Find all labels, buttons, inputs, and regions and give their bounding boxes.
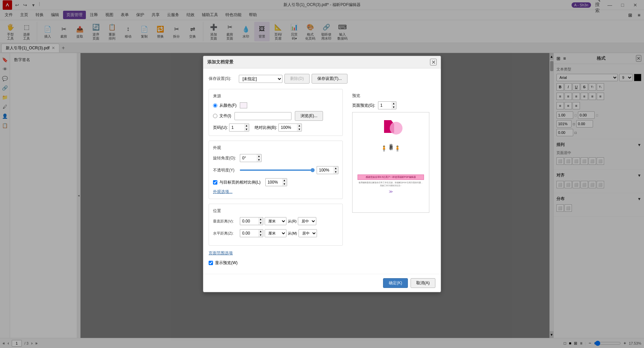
file-radio-label: 文件(I) <box>219 113 231 119</box>
vertical-down-btn[interactable]: ▼ <box>258 221 263 225</box>
scale-spinner: ▲ ▼ <box>278 123 302 132</box>
rotation-input[interactable] <box>240 154 257 162</box>
opacity-input[interactable] <box>317 166 333 174</box>
page-number-row: 页码(U): ▲ ▼ <box>213 123 249 132</box>
page-spinner: ▲ ▼ <box>229 123 249 132</box>
horizontal-up-btn[interactable]: ▲ <box>258 230 263 233</box>
scale-input[interactable] <box>278 123 297 132</box>
preview-text: 使用编辑器您以解放自日常工作生活波，快速解决PDF文档方面的问题，高效工作方便快… <box>358 181 424 187</box>
preview-pink-circle <box>390 122 402 135</box>
preview-char-left: 🧍 <box>381 145 387 152</box>
page-range-link[interactable]: 页面范围选项 <box>209 250 343 256</box>
preview-logo-area <box>377 119 404 143</box>
dialog-left-col: 来源 从颜色(F) 文件(I) 浏览(E)... <box>209 89 343 268</box>
opacity-slider-fill <box>240 169 314 171</box>
confirm-btn[interactable]: 确定(K) <box>383 278 408 288</box>
horizontal-spinner: ▲ ▼ <box>240 229 263 237</box>
dialog-close-btn[interactable]: ✕ <box>430 59 437 65</box>
rotation-up-btn[interactable]: ▲ <box>257 154 261 158</box>
preview-title: 预览 <box>352 93 431 99</box>
vertical-label: 垂直距离(V): <box>213 219 240 224</box>
vertical-from-label: 从(R) <box>288 219 297 224</box>
file-radio-row: 文件(I) 浏览(E)... <box>213 111 338 121</box>
position-section: 位置 垂直距离(V): ▲ ▼ <box>209 204 343 246</box>
color-picker-preview[interactable] <box>240 102 247 108</box>
preview-page-down-btn[interactable]: ▼ <box>391 105 396 109</box>
page-spinner-btns: ▲ ▼ <box>244 123 249 132</box>
relative-scale-input[interactable] <box>265 178 282 186</box>
more-options-link[interactable]: 外观选项... <box>213 189 232 194</box>
opacity-spinner-btns: ▲ ▼ <box>333 166 338 174</box>
relative-spinner-btns: ▲ ▼ <box>282 178 287 186</box>
relative-scale-row: 与目标页的相对比例(L) ▲ ▼ <box>213 178 338 186</box>
preview-chars: 🧍 🧍 <box>381 145 401 152</box>
opacity-slider-track[interactable] <box>240 169 314 171</box>
vertical-row: 垂直距离(V): ▲ ▼ 厘米 从(R) <box>213 217 338 225</box>
show-preview-row: 显示预览(W) <box>209 260 343 266</box>
page-scale-row: 页码(U): ▲ ▼ 绝对比例(B): <box>213 123 338 132</box>
color-radio[interactable] <box>213 103 217 108</box>
horizontal-label: 水平距离(Z): <box>213 231 240 236</box>
vertical-unit-select[interactable]: 厘米 <box>265 217 286 225</box>
add-background-dialog: 添加文档背景 ✕ 保存设置(S): [未指定] 删除(D) 保存设置(T)... <box>203 56 441 292</box>
horizontal-pos-select[interactable]: 居中 <box>299 229 317 237</box>
page-down-btn[interactable]: ▼ <box>244 128 249 131</box>
vertical-spinner-btns: ▲ ▼ <box>258 217 263 225</box>
preview-page-input[interactable] <box>378 101 391 109</box>
horizontal-input[interactable] <box>240 229 258 237</box>
preview-page-spinner-btns: ▲ ▼ <box>391 101 396 109</box>
horizontal-spinner-btns: ▲ ▼ <box>258 229 263 237</box>
relative-down-btn[interactable]: ▼ <box>282 182 287 186</box>
appearance-title: 外观 <box>213 145 338 151</box>
preview-page-up-btn[interactable]: ▲ <box>391 102 396 105</box>
save-setting-btn[interactable]: 保存设置(T)... <box>312 74 347 84</box>
scale-label: 绝对比例(B): <box>255 125 277 131</box>
delete-setting-btn[interactable]: 删除(D) <box>284 74 310 84</box>
rotation-spinner: ▲ ▼ <box>240 154 262 162</box>
opacity-up-btn[interactable]: ▲ <box>333 166 338 170</box>
browse-btn[interactable]: 浏览(E)... <box>295 111 323 121</box>
relative-scale-checkbox[interactable] <box>213 180 217 185</box>
save-settings-select[interactable]: [未指定] <box>239 75 282 83</box>
relative-up-btn[interactable]: ▲ <box>282 179 287 182</box>
horizontal-row: 水平距离(Z): ▲ ▼ 厘米 从(M) <box>213 229 338 237</box>
rotation-down-btn[interactable]: ▼ <box>257 158 261 162</box>
color-radio-label: 从颜色(F) <box>219 103 236 108</box>
horizontal-down-btn[interactable]: ▼ <box>258 233 263 237</box>
position-title: 位置 <box>213 208 338 214</box>
page-input[interactable] <box>229 123 244 132</box>
rotation-label: 旋转角度(O): <box>213 155 240 161</box>
cancel-btn[interactable]: 取消(A) <box>411 278 435 288</box>
vertical-pos-select[interactable]: 居中 <box>298 217 316 225</box>
scale-spinner-btns: ▲ ▼ <box>297 123 302 132</box>
opacity-slider-thumb[interactable] <box>311 168 315 172</box>
scale-down-btn[interactable]: ▼ <box>297 128 302 131</box>
scale-up-btn[interactable]: ▲ <box>297 124 302 128</box>
show-preview-checkbox[interactable] <box>209 261 213 265</box>
color-radio-row: 从颜色(F) <box>213 102 338 108</box>
dialog-overlay: 添加文档背景 ✕ 保存设置(S): [未指定] 删除(D) 保存设置(T)... <box>0 0 644 348</box>
save-settings-row: 保存设置(S): [未指定] 删除(D) 保存设置(T)... <box>209 74 435 84</box>
dialog-two-col: 来源 从颜色(F) 文件(I) 浏览(E)... <box>209 89 435 268</box>
preview-banner: 感谢您如全球6.5亿用户一样使用福昕PDF编辑器 <box>358 175 424 180</box>
file-radio[interactable] <box>213 114 217 118</box>
vertical-spinner: ▲ ▼ <box>240 217 263 225</box>
preview-welcome-text: 欢迎来到福昕 <box>388 141 393 145</box>
dialog-header: 添加文档背景 ✕ <box>203 56 441 68</box>
vertical-up-btn[interactable]: ▲ <box>258 217 263 221</box>
horizontal-unit-select[interactable]: 厘米 <box>265 229 286 237</box>
dialog-right-col: 预览 页面预览(G): ▲ ▼ <box>348 89 435 268</box>
opacity-spinner: ▲ ▼ <box>317 166 338 174</box>
page-up-btn[interactable]: ▲ <box>244 124 249 128</box>
preview-content: 🧍 🧍 欢迎来到福昕 感谢您如全球6.5亿用户一样使用福昕PDF编辑器 使用编辑… <box>353 112 429 212</box>
opacity-row: 不透明度(Y) ▲ ▼ <box>213 166 338 174</box>
page-label: 页码(U): <box>213 125 228 131</box>
dialog-footer: 确定(K) 取消(A) <box>203 274 441 292</box>
horizontal-from-label: 从(M) <box>288 231 297 236</box>
vertical-input[interactable] <box>240 217 258 225</box>
relative-scale-spinner: ▲ ▼ <box>265 178 287 186</box>
save-settings-label: 保存设置(S): <box>209 76 239 82</box>
opacity-down-btn[interactable]: ▼ <box>333 170 338 174</box>
source-section: 来源 从颜色(F) 文件(I) 浏览(E)... <box>209 89 343 136</box>
file-path-input[interactable] <box>234 112 291 120</box>
